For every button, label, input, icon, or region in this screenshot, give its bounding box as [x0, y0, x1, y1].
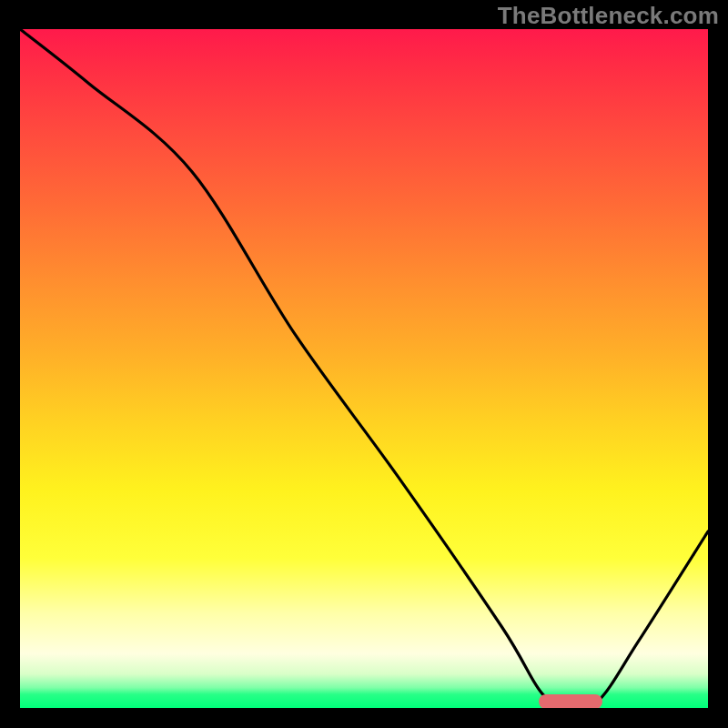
chart-frame: TheBottleneck.com: [0, 0, 728, 728]
curve-path: [20, 29, 708, 706]
watermark-text: TheBottleneck.com: [498, 2, 719, 30]
bottleneck-curve: [20, 29, 708, 708]
optimal-marker: [539, 694, 603, 709]
plot-area: [20, 29, 708, 708]
